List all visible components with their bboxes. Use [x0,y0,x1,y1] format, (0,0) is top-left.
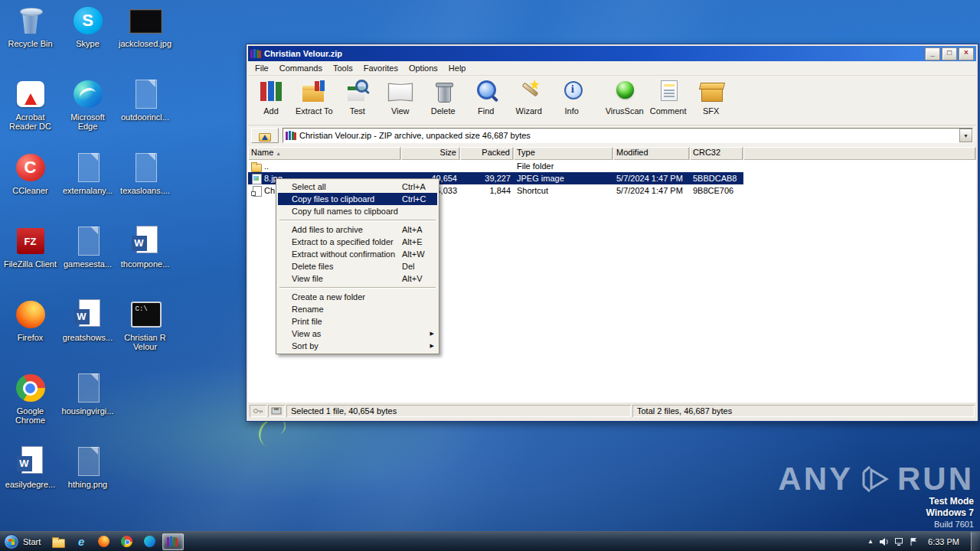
file-row[interactable]: ..File folder [248,160,743,172]
close-button[interactable]: × [959,47,974,60]
context-menu-item-delete-files[interactable]: Delete filesDel [278,260,437,272]
toolbar-sfx-button[interactable]: SFX [690,78,733,116]
desktop-icon-christian-r-velour[interactable]: C:\Christian R Velour [116,297,174,370]
context-menu-label: Extract to a specified folder [292,237,402,246]
column-header-size[interactable]: Size [401,147,460,160]
desktop-icon-outdoorincl[interactable]: outdoorincl... [116,77,174,150]
taskbar-app-ie[interactable]: e [70,533,92,550]
toolbar-comment-button[interactable]: Comment [647,78,690,116]
context-menu-shortcut: Ctrl+A [402,182,426,191]
window-titlebar[interactable]: Christian Velour.zip _□× [248,46,976,61]
action-center-flag-icon[interactable] [910,537,918,546]
disk-icon[interactable] [268,405,285,417]
desktop-icon-greatshows[interactable]: Wgreatshows... [59,297,116,370]
maximize-button[interactable]: □ [942,47,957,60]
toolbar-label: Comment [650,106,687,116]
desktop-icon-gamesesta[interactable]: gamesesta... [59,223,116,297]
desktop-icon-google-chrome[interactable]: Google Chrome [2,370,59,444]
menu-commands[interactable]: Commands [274,62,328,74]
up-one-level-button[interactable] [251,128,279,143]
toolbar-find-button[interactable]: Find [465,78,508,116]
word-glyph: W [74,309,90,324]
desktop-icon-label: FileZilla Client [4,259,57,269]
file-crc: 9B8CE706 [690,184,743,197]
file-crc [690,160,743,172]
column-header-type[interactable]: Type [514,147,613,160]
toolbar-add-button[interactable]: Add [250,78,292,116]
address-bar: Christian Velour.zip - ZIP archive, unpa… [248,126,976,147]
desktop-icon-ccleaner[interactable]: CCCleaner [2,150,59,223]
column-header-name[interactable]: Name▲ [248,147,401,160]
folder-up-icon [251,161,262,171]
context-menu-item-select-all[interactable]: Select allCtrl+A [278,181,437,193]
start-button[interactable]: Start [0,532,47,551]
desktop-icon-firefox[interactable]: Firefox [2,297,59,370]
context-menu-item-view-file[interactable]: View fileAlt+V [278,272,437,285]
desktop-icon-externalany[interactable]: externalany... [59,150,116,223]
tray-expand-icon[interactable]: ▲ [867,538,874,545]
context-menu-item-copy-full-names-to-clipboard[interactable]: Copy full names to clipboard [278,205,437,217]
toolbar-info-button[interactable]: iInfo [550,78,593,116]
chrome-icon [120,536,134,548]
menu-file[interactable]: File [250,62,274,74]
show-desktop-button[interactable] [971,532,980,551]
menu-options[interactable]: Options [403,62,443,74]
minimize-button[interactable]: _ [925,47,940,60]
context-menu-item-rename[interactable]: Rename [278,303,437,315]
desktop-icon-jackclosed-jpg[interactable]: jackclosed.jpg [116,3,174,77]
volume-icon[interactable] [879,537,889,546]
file-name-cell: .. [248,160,401,172]
desktop-icon-microsoft-edge[interactable]: Microsoft Edge [59,77,116,150]
column-header-crc32[interactable]: CRC32 [690,147,743,160]
taskbar-clock[interactable]: 6:33 PM [923,537,965,546]
toolbar-virusscan-button[interactable]: VirusScan [603,78,647,116]
desktop-icon-filezilla-client[interactable]: FZFileZilla Client [2,223,59,297]
context-menu-item-extract-to-a-specified-folder[interactable]: Extract to a specified folderAlt+E [278,236,437,248]
taskbar-app-chrome[interactable] [116,533,138,550]
menu-help[interactable]: Help [443,62,472,74]
context-menu-item-view-as[interactable]: View as▶ [278,328,437,340]
context-menu-item-sort-by[interactable]: Sort by▶ [278,340,437,352]
comment-icon [655,78,682,106]
toolbar-wizard-button[interactable]: Wizard [508,78,550,116]
context-menu-item-extract-without-confirmation[interactable]: Extract without confirmationAlt+W [278,248,437,260]
network-icon[interactable] [894,537,904,546]
taskbar-app-winrar[interactable] [162,533,184,550]
context-menu-item-create-a-new-folder[interactable]: Create a new folder [278,291,437,303]
toolbar-view-button[interactable]: View [379,78,422,116]
context-menu: Select allCtrl+ACopy files to clipboardC… [276,178,439,354]
desktop-icon-hthing-png[interactable]: hthing.png [59,444,116,517]
desktop-icon-housingvirgi[interactable]: housingvirgi... [59,370,116,444]
context-menu-item-print-file[interactable]: Print file [278,315,437,328]
context-menu-item-copy-files-to-clipboard[interactable]: Copy files to clipboardCtrl+C [278,193,437,205]
password-key-icon[interactable] [250,405,266,417]
menu-favorites[interactable]: Favorites [358,62,403,74]
info-glyph: i [560,83,586,96]
desktop-icon-easilydegre[interactable]: Weasilydegre... [2,444,59,517]
toolbar-test-button[interactable]: Test [336,78,379,116]
desktop-icon-label: housingvirgi... [62,406,114,416]
desktop-icon-thcompone[interactable]: Wthcompone... [116,223,174,297]
toolbar-delete-button[interactable]: Delete [422,78,465,116]
desktop-icon-recycle-bin[interactable]: Recycle Bin [2,3,59,77]
column-header-packed[interactable]: Packed [460,147,514,160]
info-icon: i [558,78,586,106]
desktop-icon-texasloans[interactable]: texasloans.... [116,150,174,223]
taskbar-app-explorer[interactable] [47,533,69,550]
menu-tools[interactable]: Tools [328,62,358,74]
context-menu-item-add-files-to-archive[interactable]: Add files to archiveAlt+A [278,223,437,236]
chrome-icon [14,372,47,404]
desktop-icon-acrobat-reader-dc[interactable]: Acrobat Reader DC [2,77,59,150]
desktop-icon-skype[interactable]: SSkype [59,3,116,77]
taskbar-app-edge[interactable] [139,533,161,550]
taskbar: Start e ▲ 6:33 PM [0,531,980,551]
address-combo[interactable]: Christian Velour.zip - ZIP archive, unpa… [283,128,973,143]
column-header-modified[interactable]: Modified [613,147,690,160]
taskbar-app-firefox[interactable] [93,533,115,550]
desktop-icon-label: externalany... [63,186,113,195]
file-packed [460,160,514,172]
toolbar-extract-button[interactable]: Extract To [292,78,336,116]
address-dropdown-button[interactable]: ▼ [959,129,972,142]
context-menu-shortcut: Alt+W [402,249,426,259]
file-packed: 39,227 [460,172,514,184]
